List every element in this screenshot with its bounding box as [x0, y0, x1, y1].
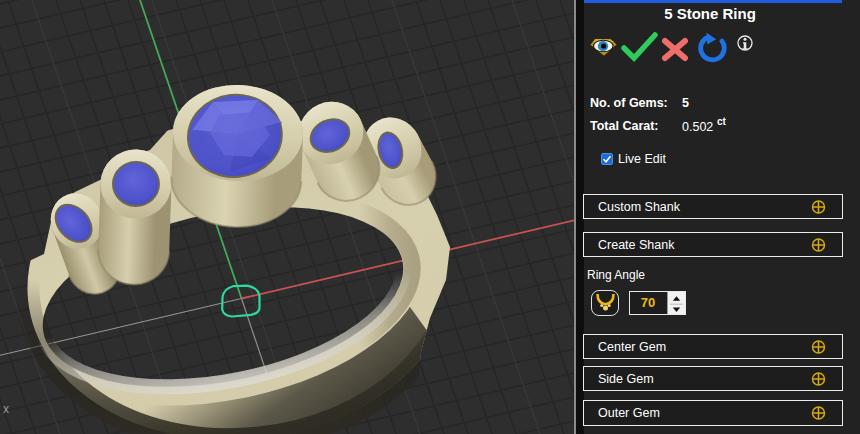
svg-text:x: x — [3, 402, 9, 416]
